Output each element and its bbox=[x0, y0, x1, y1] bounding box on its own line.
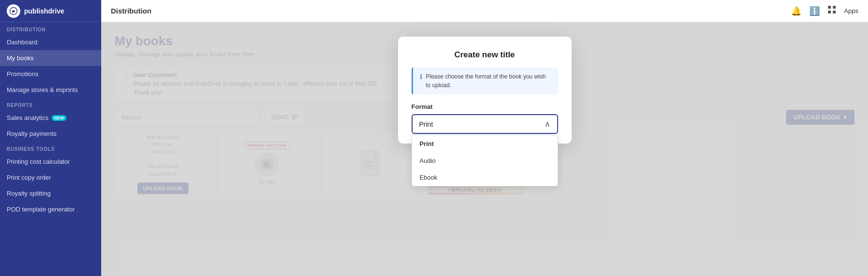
sidebar-item-manage-stores-imprints[interactable]: Manage stores & imprints bbox=[0, 82, 101, 98]
main-content: Distribution 🔔 ℹ️ Apps My books Upload, … bbox=[101, 0, 868, 276]
modal-title: Create new title bbox=[412, 50, 558, 60]
modal-info-text: Please choose the format of the book you… bbox=[426, 72, 551, 90]
apps-label[interactable]: Apps bbox=[844, 7, 858, 14]
sidebar-item-dashboard-label: Dashboard bbox=[7, 39, 38, 46]
apps-grid-icon[interactable] bbox=[828, 5, 836, 16]
sidebar-item-print-copy-order-label: Print copy order bbox=[7, 174, 51, 181]
sidebar-section-label-business-tools: BUSINESS TOOLS bbox=[0, 142, 101, 154]
sidebar-section-business-tools: BUSINESS TOOLS Printing cost calculator … bbox=[0, 142, 101, 217]
sidebar-item-royalty-payments-label: Royalty payments bbox=[7, 130, 56, 137]
bell-icon[interactable]: 🔔 bbox=[791, 6, 801, 16]
format-select[interactable]: Print ∧ bbox=[412, 114, 558, 134]
sidebar-item-manage-stores-imprints-label: Manage stores & imprints bbox=[7, 86, 78, 93]
logo-text: publishdrive bbox=[24, 7, 64, 15]
sidebar-item-pod-template-generator[interactable]: POD template generator bbox=[0, 201, 101, 217]
sidebar-section-label-reports: REPORTS bbox=[0, 98, 101, 110]
sidebar-item-sales-analytics-label: Sales analytics bbox=[7, 114, 49, 121]
sidebar-item-royalty-payments[interactable]: Royalty payments bbox=[0, 126, 101, 142]
sidebar-item-royalty-splitting[interactable]: Royalty splitting bbox=[0, 185, 101, 201]
sidebar-item-my-books-label: My books bbox=[7, 54, 34, 62]
new-badge: NEW bbox=[52, 115, 67, 121]
modal-format-label: Format bbox=[412, 103, 558, 110]
chevron-up-icon: ∧ bbox=[545, 119, 550, 129]
info-circle-icon: ℹ bbox=[420, 73, 422, 80]
svg-rect-1 bbox=[828, 6, 831, 9]
sidebar-item-print-copy-order[interactable]: Print copy order bbox=[0, 170, 101, 185]
sidebar-item-promotions[interactable]: Promotions bbox=[0, 66, 101, 82]
sidebar-item-dashboard[interactable]: Dashboard bbox=[0, 34, 101, 50]
modal-backdrop: Create new title ℹ Please choose the for… bbox=[101, 22, 868, 276]
sidebar-logo: publishdrive bbox=[0, 0, 101, 22]
sidebar-section-label-distribution: DISTRIBUTION bbox=[0, 22, 101, 34]
info-icon[interactable]: ℹ️ bbox=[809, 6, 820, 16]
sidebar-item-sales-analytics[interactable]: Sales analytics NEW bbox=[0, 110, 101, 126]
svg-rect-3 bbox=[828, 11, 831, 13]
format-option-print[interactable]: Print bbox=[412, 135, 558, 152]
modal-select-wrapper: Print ∧ Print Audio Ebook bbox=[412, 114, 558, 134]
sidebar-item-pod-template-generator-label: POD template generator bbox=[7, 206, 75, 213]
format-option-audio[interactable]: Audio bbox=[412, 152, 558, 169]
sidebar-item-printing-cost-calculator[interactable]: Printing cost calculator bbox=[0, 154, 101, 170]
sidebar-item-printing-cost-calculator-label: Printing cost calculator bbox=[7, 158, 70, 165]
sidebar: publishdrive DISTRIBUTION Dashboard My b… bbox=[0, 0, 101, 276]
modal-info-box: ℹ Please choose the format of the book y… bbox=[412, 67, 558, 94]
svg-rect-4 bbox=[833, 11, 836, 13]
format-option-ebook[interactable]: Ebook bbox=[412, 169, 558, 186]
sidebar-section-reports: REPORTS Sales analytics NEW Royalty paym… bbox=[0, 98, 101, 142]
topbar-right: 🔔 ℹ️ Apps bbox=[791, 5, 858, 16]
sidebar-item-royalty-splitting-label: Royalty splitting bbox=[7, 190, 51, 197]
format-dropdown-options: Print Audio Ebook bbox=[412, 135, 558, 186]
create-new-title-modal: Create new title ℹ Please choose the for… bbox=[398, 37, 572, 144]
svg-rect-2 bbox=[833, 6, 836, 9]
sidebar-item-promotions-label: Promotions bbox=[7, 70, 39, 78]
format-selected-value: Print bbox=[419, 120, 433, 128]
sidebar-item-my-books[interactable]: My books bbox=[0, 50, 101, 66]
logo-icon bbox=[7, 4, 20, 18]
topbar-title: Distribution bbox=[111, 7, 151, 15]
page-content: My books Upload, manage and update your … bbox=[101, 22, 868, 276]
topbar: Distribution 🔔 ℹ️ Apps bbox=[101, 0, 868, 22]
sidebar-section-distribution: DISTRIBUTION Dashboard My books Promotio… bbox=[0, 22, 101, 98]
